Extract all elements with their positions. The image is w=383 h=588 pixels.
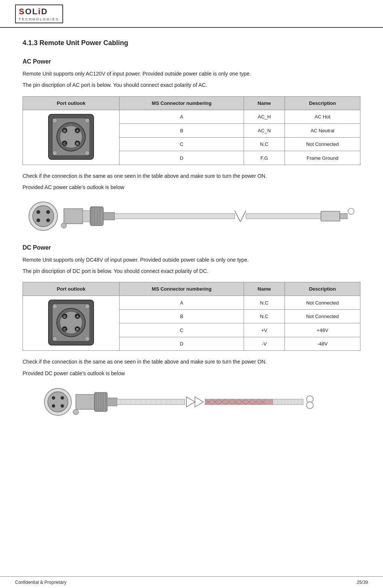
dc-pin-table: Port outlook MS Connector numbering Name… [23,282,360,351]
ac-desc1: Remote Unit supports only AC120V of inpu… [23,70,360,78]
page-footer: Confidential & Proprietary 25/39 [0,576,383,588]
ac-row-a-name: AC_H [244,110,285,124]
logo-subtitle: TECHNOLOGIES [19,17,59,21]
dc-col-header-port: Port outlook [23,282,120,296]
svg-rect-29 [103,212,115,220]
dc-col-header-desc: Description [285,282,360,296]
dc-row-d-name: -V [244,337,285,351]
svg-text:B: B [76,327,79,331]
ac-row-a-desc: AC Hot [285,110,360,124]
dc-row-b-connector: B [120,309,244,323]
svg-line-31 [235,211,240,222]
ac-row-a-connector: A [120,110,244,124]
dc-row-a-name: N.C [244,296,285,310]
ac-connector-svg: A B C D [47,112,95,161]
ac-row-c-connector: C [120,137,244,151]
svg-point-52 [53,336,57,341]
ac-col-header-name: Name [244,96,285,110]
dc-col-header-name: Name [244,282,285,296]
ac-port-image-cell: A B C D [23,110,120,165]
svg-text:A: A [76,129,79,133]
ac-row-d-desc: Frame Ground [285,151,360,165]
ac-cable-diagram [23,199,360,233]
svg-rect-33 [246,214,321,219]
dc-row-c-connector: C [120,323,244,337]
svg-point-15 [85,151,89,155]
svg-point-56 [52,396,55,400]
svg-point-19 [46,210,50,214]
dc-port-image-cell: A B C D [23,296,120,351]
svg-point-13 [85,118,89,123]
svg-point-17 [33,206,54,227]
svg-marker-83 [195,397,204,407]
svg-text:C: C [64,327,66,331]
svg-text:D: D [64,315,66,318]
table-row: A B C D A N.C Not Connected [23,296,360,310]
dc-col-header-ms: MS Connector numbering [120,282,244,296]
svg-point-20 [36,218,40,222]
svg-rect-23 [83,211,90,222]
svg-point-18 [36,210,40,214]
svg-rect-60 [76,394,95,409]
ac-row-b-connector: B [120,124,244,138]
ac-col-header-ms: MS Connector numbering [120,96,244,110]
dc-row-a-desc: Not Connected [285,296,360,310]
ac-power-title: AC Power [23,58,360,65]
dc-desc1: Remote Unit supports only DC48V of input… [23,256,360,264]
svg-point-12 [53,118,57,123]
dc-cable-svg [23,385,360,419]
ac-row-c-desc: Not Connected [285,137,360,151]
dc-note1: Check if the connection is the same as o… [23,358,360,366]
ac-row-c-name: N.C [244,137,285,151]
page-header: SOLiD TECHNOLOGIES [0,0,383,28]
svg-point-21 [46,218,50,222]
dc-row-a-connector: A [120,296,244,310]
footer-right: 25/39 [357,580,368,585]
svg-point-55 [48,392,68,412]
svg-rect-22 [64,209,83,224]
svg-text:A: A [76,315,79,318]
main-content: 4.1.3 Remote Unit Power Cabling AC Power… [0,28,383,453]
dc-row-d-connector: D [120,337,244,351]
svg-rect-34 [321,211,340,221]
ac-note2: Provided AC power cable’s outlook is bel… [23,183,360,191]
svg-point-14 [53,151,57,155]
svg-point-114 [307,402,313,409]
svg-point-51 [85,304,89,309]
logo-text: SOLiD [19,7,48,17]
svg-text:B: B [76,142,79,145]
footer-left: Confidential & Proprietary [15,580,67,585]
dc-row-c-name: +V [244,323,285,337]
ac-note1: Check if the connection is the same as o… [23,172,360,180]
ac-pin-table: Port outlook MS Connector numbering Name… [23,96,360,165]
svg-point-58 [52,404,55,408]
dc-row-b-name: N.C [244,309,285,323]
svg-text:D: D [64,129,66,133]
svg-rect-35 [340,214,347,219]
dc-row-d-desc: -48V [285,337,360,351]
dc-power-title: DC Power [23,244,360,251]
ac-cable-svg [23,199,360,233]
svg-point-37 [61,223,67,228]
section-title: 4.1.3 Remote Unit Power Cabling [23,39,360,47]
ac-row-d-connector: D [120,151,244,165]
svg-rect-67 [107,398,117,406]
dc-cable-diagram [23,385,360,419]
svg-point-59 [61,404,64,408]
svg-point-36 [348,208,354,214]
dc-note2: Provided DC power cable’s outlook is bel… [23,369,360,377]
ac-col-header-port: Port outlook [23,96,120,110]
table-row: A B C D [23,110,360,124]
dc-row-b-desc: Not Connected [285,309,360,323]
svg-text:C: C [64,142,66,145]
logo: SOLiD TECHNOLOGIES [19,7,59,21]
svg-point-50 [53,304,57,309]
ac-row-b-name: AC_N [244,124,285,138]
svg-line-32 [240,211,246,222]
ac-col-header-desc: Description [285,96,360,110]
svg-point-53 [85,336,89,341]
ac-row-d-name: F.G [244,151,285,165]
svg-point-115 [73,409,79,415]
ac-desc2: The pin discription of AC port is below.… [23,81,360,89]
svg-marker-82 [186,397,195,407]
